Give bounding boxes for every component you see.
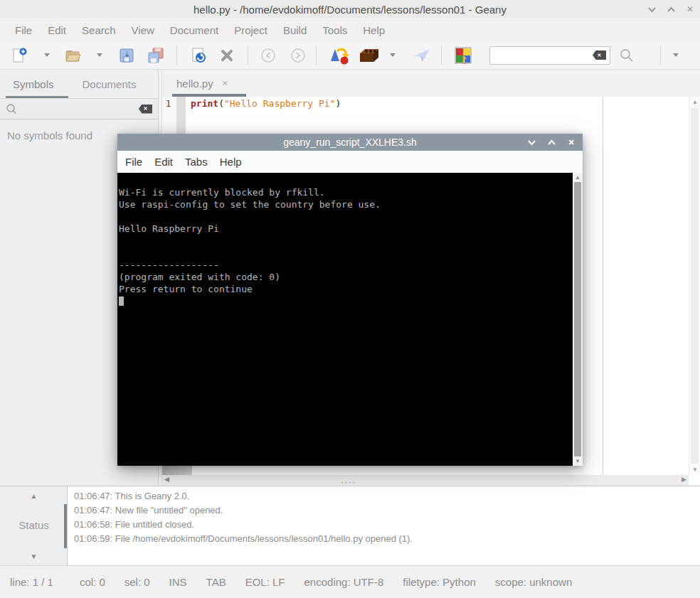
editor-horizontal-scrollbar[interactable]: ◀ ▶	[162, 475, 689, 486]
editor-tabbar: hello.py ✕	[162, 70, 700, 97]
shade-icon[interactable]	[526, 137, 537, 148]
toolbar-overflow-dropdown-icon[interactable]	[673, 53, 679, 57]
toolbar-search-box: ✕	[489, 46, 610, 65]
status-line: line: 1 / 1	[10, 576, 53, 588]
menu-item-search[interactable]: Search	[74, 24, 124, 36]
status-message: 01:06:47: This is Geany 2.0.	[74, 489, 700, 503]
toolbar: ✕	[0, 41, 700, 70]
status-scope: scope: unknown	[495, 576, 572, 588]
clear-search-icon[interactable]: ✕	[593, 50, 606, 60]
toolbar-separator	[660, 46, 662, 65]
terminal-text: Wi-Fi is currently blocked by rfkill. Us…	[119, 186, 571, 306]
vscrollbar-thumb[interactable]	[691, 108, 699, 464]
close-document-button[interactable]	[219, 48, 235, 63]
scroll-up-icon[interactable]: ▲	[573, 174, 583, 181]
toolbar-separator	[316, 46, 317, 65]
scroll-up-icon[interactable]: ▲	[689, 99, 700, 105]
menu-item-edit[interactable]: Edit	[40, 24, 74, 36]
terminal-scrollbar-thumb[interactable]	[574, 182, 581, 456]
status-col: col: 0	[80, 576, 105, 588]
close-icon[interactable]: ✕	[566, 137, 577, 148]
color-chooser-button[interactable]	[454, 46, 472, 65]
menu-item-help[interactable]: Help	[355, 24, 393, 36]
sidebar-tabs: Symbols Documents	[0, 70, 158, 98]
scroll-right-icon[interactable]: ▶	[682, 476, 686, 483]
window-titlebar: hello.py - /home/evdokimoff/Documents/le…	[0, 0, 700, 18]
search-magnifier-icon[interactable]	[619, 48, 635, 63]
toolbar-separator	[176, 46, 178, 65]
terminal-line	[119, 247, 571, 259]
scroll-down-icon[interactable]: ▼	[573, 458, 583, 464]
terminal-menubar: File Edit Tabs Help	[117, 151, 583, 173]
terminal-title: geany_run_script_XXLHE3.sh	[283, 137, 417, 148]
editor-vertical-scrollbar[interactable]: ▲ ▼	[689, 97, 700, 475]
new-file-button[interactable]	[10, 46, 28, 65]
menu-item-project[interactable]: Project	[226, 24, 275, 36]
status-messages[interactable]: 01:06:47: This is Geany 2.0. 01:06:47: N…	[68, 486, 700, 566]
save-button[interactable]	[118, 47, 135, 64]
terminal-output[interactable]: Wi-Fi is currently blocked by rfkill. Us…	[117, 173, 583, 466]
terminal-line: Use raspi-config to set the country befo…	[119, 198, 571, 210]
tab-close-icon[interactable]: ✕	[222, 79, 228, 88]
code-keyword: print	[191, 98, 218, 109]
tab-scroll-down-icon[interactable]: ▼	[0, 552, 68, 560]
terminal-scrollbar[interactable]: ▲ ▼	[573, 173, 583, 466]
scroll-left-icon[interactable]: ◀	[164, 476, 169, 483]
terminal-menu-help[interactable]: Help	[220, 156, 242, 168]
terminal-menu-edit[interactable]: Edit	[154, 156, 173, 168]
menu-item-build[interactable]: Build	[275, 24, 314, 36]
status-message: 01:06:59: File /home/evdokimoff/Document…	[74, 532, 700, 546]
menu-item-view[interactable]: View	[124, 24, 162, 36]
code-punctuation: )	[336, 98, 341, 109]
code-punctuation: (	[218, 98, 224, 109]
tab-hello-py[interactable]: hello.py ✕	[168, 70, 237, 97]
tab-scroll-up-icon[interactable]: ▲	[0, 492, 68, 500]
open-file-button[interactable]	[64, 48, 81, 63]
terminal-window: geany_run_script_XXLHE3.sh ✕ File Edit T…	[117, 134, 583, 466]
terminal-line: (program exited with code: 0)	[119, 271, 571, 283]
open-file-dropdown-icon[interactable]	[97, 53, 102, 57]
toolbar-search-input[interactable]	[494, 50, 593, 60]
menu-item-document[interactable]: Document	[162, 24, 226, 36]
long-line-marker	[603, 97, 603, 475]
clear-search-icon[interactable]: ✕	[139, 105, 152, 114]
save-all-button[interactable]	[147, 47, 165, 64]
build-dropdown-icon[interactable]	[390, 53, 396, 57]
navigate-forward-button[interactable]	[290, 48, 306, 63]
shade-icon[interactable]	[646, 4, 657, 15]
run-button[interactable]	[413, 47, 431, 64]
terminal-line: ------------------	[119, 259, 571, 271]
active-tab-indicator	[64, 504, 67, 548]
terminal-cursor	[119, 297, 124, 306]
terminal-menu-tabs[interactable]: Tabs	[185, 156, 208, 168]
window-controls: ✕	[646, 0, 696, 18]
build-button[interactable]	[359, 48, 380, 63]
terminal-titlebar[interactable]: geany_run_script_XXLHE3.sh ✕	[117, 134, 583, 151]
status-encoding: encoding: UTF-8	[304, 576, 384, 588]
terminal-line	[119, 210, 571, 223]
compile-button[interactable]	[329, 46, 350, 65]
toolbar-separator	[248, 46, 249, 65]
message-window-tabs: ▲ Status ▼	[0, 486, 68, 566]
revert-button[interactable]	[191, 47, 206, 64]
maximize-icon[interactable]	[665, 4, 677, 15]
tab-documents[interactable]: Documents	[83, 78, 137, 90]
menu-item-tools[interactable]: Tools	[314, 24, 355, 36]
menu-item-file[interactable]: File	[7, 24, 40, 36]
status-filetype: filetype: Python	[403, 576, 476, 588]
status-tab-mode: TAB	[206, 576, 226, 588]
new-file-dropdown-icon[interactable]	[44, 53, 50, 57]
terminal-line: Hello Raspberry Pi	[119, 223, 571, 235]
close-icon[interactable]: ✕	[684, 4, 696, 15]
pane-splitter-handle[interactable]: ····	[341, 476, 356, 487]
scroll-down-icon[interactable]: ▼	[689, 466, 700, 473]
editor-hscrollbar-thumb[interactable]	[162, 466, 192, 475]
status-message: 01:06:58: File untitled closed.	[74, 518, 700, 532]
terminal-menu-file[interactable]: File	[125, 156, 142, 168]
tab-symbols[interactable]: Symbols	[13, 78, 54, 90]
navigate-back-button[interactable]	[260, 48, 276, 63]
symbols-search-input[interactable]	[21, 104, 134, 114]
tab-status[interactable]: Status	[0, 519, 68, 531]
code-string: "Hello Raspberry Pi"	[224, 98, 336, 109]
maximize-icon[interactable]	[546, 137, 557, 148]
